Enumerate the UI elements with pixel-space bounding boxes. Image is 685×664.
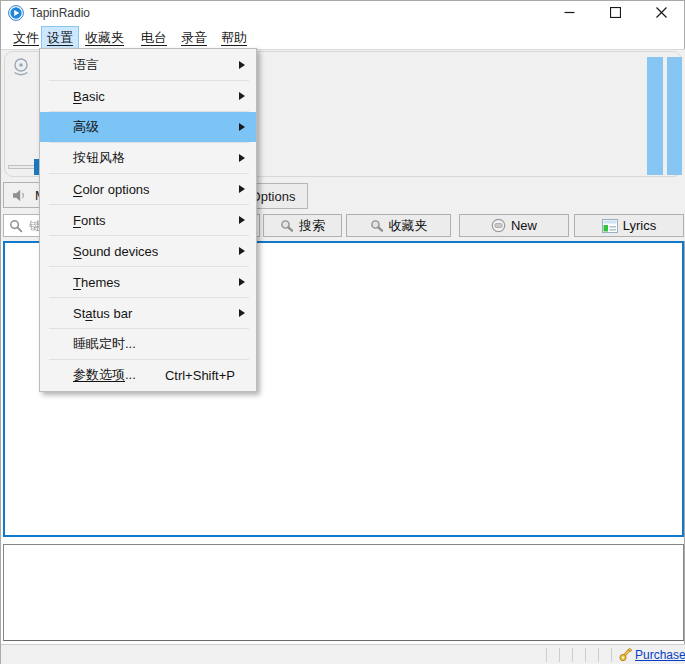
menubar-item-settings[interactable]: 设置 — [41, 26, 79, 49]
menu-item-label: 高级 — [73, 118, 99, 136]
submenu-arrow-icon — [239, 247, 245, 255]
purchase-key-icon — [619, 648, 633, 662]
submenu-arrow-icon — [239, 185, 245, 193]
favorites-icon — [370, 219, 384, 233]
speaker-icon — [12, 189, 28, 202]
titlebar: TapinRadio — [1, 1, 684, 24]
menu-item-label: Status bar — [73, 306, 132, 321]
lyrics-button[interactable]: Lyrics — [574, 214, 684, 237]
submenu-arrow-icon — [239, 216, 245, 224]
menu-item-language[interactable]: 语言 — [40, 50, 256, 80]
favorites-button[interactable]: 收藏夹 — [346, 214, 451, 237]
menu-item-label: Sound devices — [73, 244, 158, 259]
menu-item-sound-devices[interactable]: Sound devices — [40, 236, 256, 266]
close-icon — [656, 7, 667, 18]
minimize-button[interactable] — [546, 1, 592, 24]
menubar-item-stations[interactable]: 电台 — [135, 26, 173, 49]
app-window: TapinRadio 文件设置收藏夹电台录音帮助 — [0, 0, 685, 664]
statusbar-separator — [585, 648, 586, 662]
vu-meter-bar-right — [667, 57, 682, 175]
menu-item-label: Basic — [73, 89, 105, 104]
maximize-button[interactable] — [592, 1, 638, 24]
details-panel — [3, 544, 684, 641]
submenu-arrow-icon — [239, 309, 245, 317]
menu-item-status-bar[interactable]: Status bar — [40, 298, 256, 328]
lyrics-icon — [602, 219, 618, 233]
submenu-arrow-icon — [239, 123, 245, 131]
tab-options-label: Options — [251, 189, 296, 204]
minimize-icon — [564, 7, 575, 18]
menubar-item-favorites[interactable]: 收藏夹 — [79, 26, 130, 49]
menubar-item-recording[interactable]: 录音 — [175, 26, 213, 49]
vu-meter-bar-left — [647, 57, 663, 175]
statusbar-separator — [546, 648, 547, 662]
statusbar-separator — [611, 648, 612, 662]
menu-item-basic[interactable]: Basic — [40, 81, 256, 111]
menubar-item-file[interactable]: 文件 — [7, 26, 45, 49]
new-button[interactable]: New — [459, 214, 569, 237]
purchase-link[interactable]: Purchase — [635, 648, 685, 662]
submenu-arrow-icon — [239, 278, 245, 286]
statusbar-separator — [559, 648, 560, 662]
app-play-icon — [8, 5, 24, 21]
search-icon — [280, 219, 294, 233]
lyrics-button-label: Lyrics — [623, 218, 656, 233]
menu-item-sleep-timer[interactable]: 睡眠定时... — [40, 329, 256, 359]
close-button[interactable] — [638, 1, 684, 24]
search-button[interactable]: 搜索 — [263, 214, 342, 237]
search-button-label: 搜索 — [299, 217, 325, 235]
statusbar-separator — [572, 648, 573, 662]
new-button-label: New — [511, 218, 537, 233]
statusbar: Purchase — [1, 644, 685, 664]
submenu-arrow-icon — [239, 154, 245, 162]
search-icon — [9, 219, 23, 233]
menu-item-color-options[interactable]: Color options — [40, 174, 256, 204]
new-station-icon — [491, 218, 506, 233]
menu-item-fonts[interactable]: Fonts — [40, 205, 256, 235]
menu-item-label: 语言 — [73, 56, 99, 74]
menu-item-advanced[interactable]: 高级 — [40, 112, 256, 142]
menu-item-label: Color options — [73, 182, 150, 197]
settings-menu-popup: 语言Basic高级按钮风格Color optionsFontsSound dev… — [39, 48, 257, 392]
menu-item-label: Fonts — [73, 213, 106, 228]
statusbar-separator — [598, 648, 599, 662]
submenu-arrow-icon — [239, 61, 245, 69]
radio-icon — [10, 56, 32, 78]
menu-item-label: Themes — [73, 275, 120, 290]
maximize-icon — [610, 7, 621, 18]
submenu-arrow-icon — [239, 92, 245, 100]
menu-item-button-style[interactable]: 按钮风格 — [40, 143, 256, 173]
window-title: TapinRadio — [30, 6, 90, 20]
menu-item-label: 参数选项... — [73, 366, 136, 384]
menubar-item-help[interactable]: 帮助 — [215, 26, 253, 49]
menubar: 文件设置收藏夹电台录音帮助 — [1, 24, 684, 49]
menu-item-label: 睡眠定时... — [73, 335, 136, 353]
menu-item-options[interactable]: 参数选项...Ctrl+Shift+P — [40, 360, 256, 390]
menu-item-themes[interactable]: Themes — [40, 267, 256, 297]
menu-item-label: 按钮风格 — [73, 149, 125, 167]
favorites-button-label: 收藏夹 — [389, 217, 428, 235]
window-controls — [546, 1, 684, 24]
menu-item-shortcut: Ctrl+Shift+P — [165, 368, 235, 383]
